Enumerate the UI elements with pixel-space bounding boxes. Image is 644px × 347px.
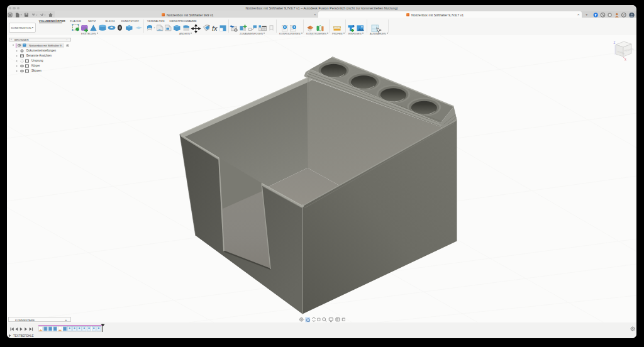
svg-text:Z: Z bbox=[614, 41, 616, 45]
svg-text:fx: fx bbox=[212, 25, 218, 32]
svg-text:?: ? bbox=[623, 13, 625, 16]
